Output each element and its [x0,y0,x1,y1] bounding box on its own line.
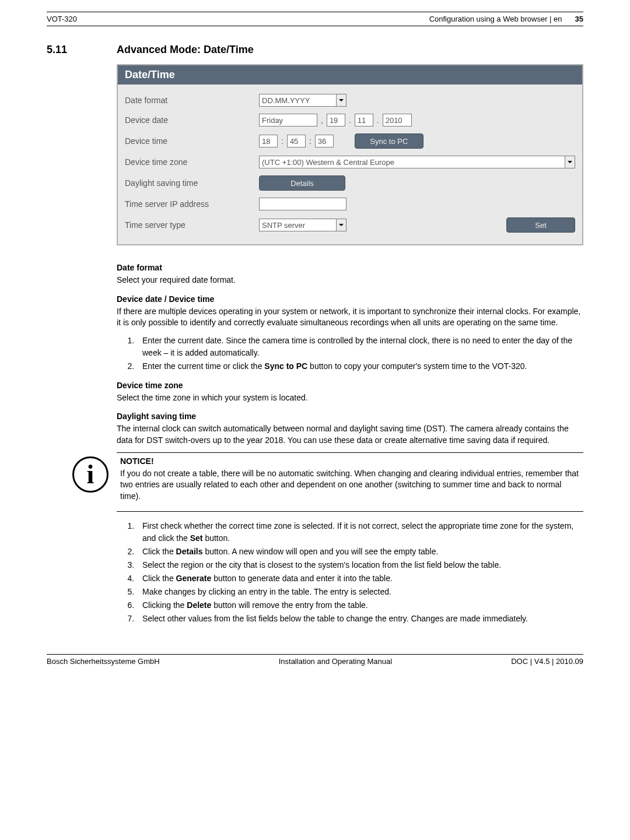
device-time-sec[interactable]: 36 [315,135,334,147]
details-button[interactable]: Details [259,175,345,191]
list-dst-steps: First check whether the correct time zon… [117,520,583,625]
date-format-select[interactable]: DD.MM.YYYY [259,94,346,107]
list-item: Enter the current time or click the Sync… [136,360,583,372]
device-time-label: Device time [125,136,259,146]
timezone-select[interactable]: (UTC +1:00) Western & Central Europe [259,156,575,168]
chevron-down-icon [565,156,575,168]
device-time-hour[interactable]: 18 [259,135,278,147]
date-format-label: Date format [125,96,259,105]
list-item: Make changes by clicking an entry in the… [136,586,583,598]
device-date-month[interactable]: 11 [355,114,373,126]
section-number: 5.11 [47,44,82,631]
timezone-label: Device time zone [125,157,259,167]
list-item: Click the Details button. A new window w… [136,546,583,558]
para-date-format: Select your required date format. [117,275,583,286]
info-icon: i [72,456,108,493]
chevron-down-icon [336,94,346,106]
page-number: 35 [575,15,583,23]
list-item: Clicking the Delete button will remove t… [136,599,583,611]
heading-device-date: Device date / Device time [117,294,583,304]
list-item: First check whether the correct time zon… [136,520,583,544]
header-right-text: Configuration using a Web browser | en [429,15,562,23]
notice-block: i NOTICE! If you do not create a table, … [117,452,583,512]
heading-timezone: Device time zone [117,381,583,390]
section-title: Advanced Mode: Date/Time [117,44,583,56]
para-timezone: Select the time zone in which your syste… [117,392,583,404]
header-left: VOT-320 [47,15,77,23]
dst-label: Daylight saving time [125,178,259,188]
sync-to-pc-button[interactable]: Sync to PC [355,133,424,149]
para-dst: The internal clock can switch automatica… [117,423,583,446]
timeserver-type-label: Time server type [125,220,259,230]
list-item: Select the region or the city that is cl… [136,559,583,571]
footer-right: DOC | V4.5 | 2010.09 [511,657,583,666]
timeserver-ip-input[interactable] [259,198,346,210]
timezone-value: (UTC +1:00) Western & Central Europe [262,158,394,167]
page-footer: Bosch Sicherheitssysteme GmbH Installati… [47,654,583,668]
list-device-date: Enter the current date. Since the camera… [117,335,583,372]
device-date-day[interactable]: 19 [327,114,345,126]
footer-left: Bosch Sicherheitssysteme GmbH [47,657,160,666]
date-format-value: DD.MM.YYYY [262,96,310,105]
para-device-date: If there are multiple devices operating … [117,306,583,329]
timeserver-type-value: SNTP server [262,221,305,230]
date-time-panel: Date/Time Date format DD.MM.YYYY Device … [117,64,583,245]
notice-heading: NOTICE! [120,456,583,466]
timeserver-type-select[interactable]: SNTP server [259,219,346,231]
page-header: VOT-320 Configuration using a Web browse… [47,12,583,26]
device-time-min[interactable]: 45 [287,135,306,147]
device-date-label: Device date [125,115,259,125]
panel-title: Date/Time [118,65,582,85]
device-date-year[interactable]: 2010 [383,114,412,126]
footer-center: Installation and Operating Manual [279,657,392,666]
heading-dst: Daylight saving time [117,412,583,421]
notice-para: If you do not create a table, there will… [120,468,583,502]
device-date-weekday[interactable]: Friday [259,114,317,126]
chevron-down-icon [336,219,346,231]
list-item: Enter the current date. Since the camera… [136,335,583,359]
set-button[interactable]: Set [506,217,575,233]
timeserver-ip-label: Time server IP address [125,199,259,209]
list-item: Select other values from the list fields… [136,613,583,625]
heading-date-format: Date format [117,263,583,272]
list-item: Click the Generate button to generate da… [136,572,583,585]
